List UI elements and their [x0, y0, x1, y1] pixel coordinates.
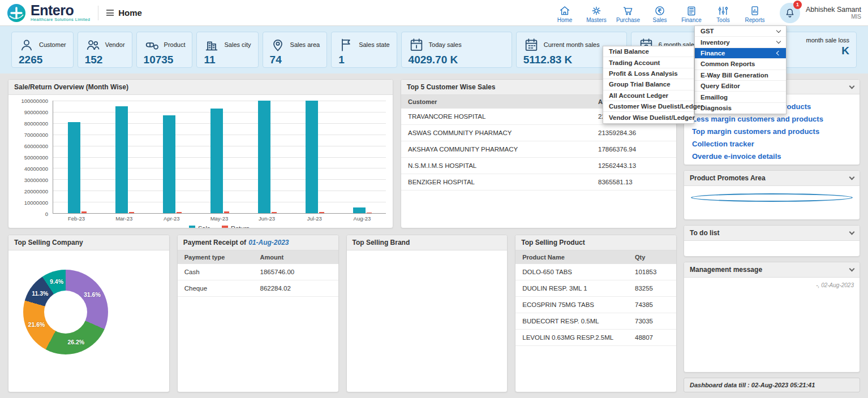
menu-item-all-account-ledger[interactable]: All Account Ledger [603, 90, 694, 101]
promotes-oval [691, 193, 853, 202]
menu-item-finance[interactable]: Finance [695, 48, 786, 59]
column-header-qty: Qty [628, 250, 676, 264]
nav-home[interactable]: Home [549, 3, 581, 23]
user-role: MIS [806, 14, 861, 20]
divider [98, 6, 98, 20]
chevron-down-icon[interactable] [849, 230, 855, 235]
top-selling-brand-header: Top Selling Brand [347, 235, 508, 250]
amount-cell: 8365581.13 [591, 174, 676, 191]
sale-return-chart: 1000000009000000080000000700000006000000… [8, 95, 393, 228]
todo-list-header[interactable]: To do list [684, 226, 860, 241]
panel-title: Top 5 Customer Wise Sales [407, 83, 495, 91]
column-header-customer: Customer [401, 95, 591, 109]
panel-title: Top Selling Company [14, 239, 83, 246]
brand-name: Entero [31, 4, 90, 17]
todo-list-panel: To do list [684, 225, 860, 257]
menu-item-group-trial-balance[interactable]: Group Trial Balance [603, 79, 694, 90]
nav-masters[interactable]: Masters [581, 3, 612, 23]
table-row: N.S.M.I.M.S HOSPITAL12562443.13 [401, 158, 676, 174]
table-row: ECOSPRIN 75MG TABS74385 [515, 297, 676, 313]
link-collection-tracker[interactable]: Collection tracker [692, 139, 852, 150]
x-tick-label: Feb-23 [53, 214, 100, 222]
return-bar [81, 211, 87, 213]
amount-cell: 12562443.13 [591, 158, 676, 174]
top-selling-product-header: Top Selling Product [515, 235, 676, 250]
menu-item-query-editor[interactable]: Query Editor [695, 81, 786, 92]
menu-item-profit-loss[interactable]: Profit & Loss Analysis [603, 68, 694, 79]
menu-icon[interactable] [106, 10, 114, 16]
link-top-margin[interactable]: Top margin customers and products [692, 126, 852, 137]
finance-submenu: Trial Balance Trading Account Profit & L… [603, 46, 694, 124]
menu-item-inventory[interactable]: Inventory [695, 37, 786, 47]
entero-logo-icon [7, 3, 26, 23]
menu-item-gst[interactable]: GST [695, 26, 786, 37]
customer-cell: BENZIGER HOSPITAL [401, 174, 591, 191]
menu-item-eway-bill[interactable]: E-Way Bill Generation [695, 70, 786, 81]
return-bar [224, 211, 229, 213]
customer-cell: TRAVANCORE HOSPITAL [401, 109, 591, 125]
top-selling-product-panel: Top Selling Product Product Name Qty DOL… [515, 235, 677, 392]
table-row: Cash1865746.00 [178, 264, 338, 280]
product-cell: ECOSPRIN 75MG TABS [515, 297, 628, 313]
chevron-down-icon[interactable] [849, 83, 855, 89]
kpi-sales-area[interactable]: Sales area 74 [263, 32, 328, 68]
kpi-sales-city[interactable]: Sales city 11 [196, 32, 258, 68]
kpi-today-sales[interactable]: Today sales 4029.70 K [401, 32, 512, 68]
calendar-month-icon [523, 37, 539, 53]
kpi-value: 11 [204, 54, 251, 66]
table-row: BENZIGER HOSPITAL8365581.13 [401, 174, 676, 191]
donut-label: 21.6% [28, 321, 45, 328]
management-message-header[interactable]: Management message [684, 262, 860, 278]
qty-cell: 101853 [628, 264, 676, 280]
sale-bar [68, 122, 80, 213]
product-promotes-header[interactable]: Product Promotes Area [684, 171, 860, 186]
x-axis: Feb-23Mar-23Apr-23May-23Jun-23Jul-23Aug-… [53, 214, 386, 222]
nav-purchase[interactable]: Purchase [612, 3, 644, 23]
donut-label: 31.6% [84, 291, 101, 298]
link-less-margin[interactable]: Less margin customers and products [692, 114, 852, 125]
return-bar [319, 212, 324, 213]
dashboard-data-till: Dashboard data till : 02-Aug-2023 05:21:… [684, 378, 860, 392]
chevron-down-icon[interactable] [849, 266, 855, 272]
panel-title: Top Selling Product [521, 239, 585, 246]
sale-bar [258, 101, 270, 213]
table-row: AKSHAYA COMMUNITY PHARMACY17866376.94 [401, 141, 676, 158]
nav-sales[interactable]: Sales [644, 3, 676, 23]
kpi-product[interactable]: Product 10735 [136, 32, 193, 68]
menu-item-diagnosis[interactable]: Diagnosis [695, 103, 786, 114]
chevron-down-icon[interactable] [849, 175, 855, 180]
nav-reports[interactable]: Reports [739, 3, 771, 23]
kpi-value: 74 [270, 54, 320, 66]
menu-item-trading-account[interactable]: Trading Account [603, 57, 694, 68]
kpi-label: Sales city [224, 41, 251, 48]
product-promotes-panel: Product Promotes Area [684, 170, 860, 220]
top-selling-brand-panel: Top Selling Brand [346, 235, 508, 392]
user-menu[interactable]: Abhishek Samant MIS [806, 6, 861, 20]
nav-label: Finance [681, 17, 702, 23]
notifications-button[interactable]: 1 [780, 3, 800, 23]
y-tick-label: 70000000 [24, 132, 48, 138]
entero-logo: Entero Healthcare Solutions Limited [7, 3, 90, 23]
menu-item-emaillog[interactable]: Emaillog [695, 92, 786, 102]
user-name: Abhishek Samant [806, 6, 861, 14]
management-message-panel: Management message -, 02-Aug-2023 [684, 262, 860, 373]
chart-legend: SaleReturn [53, 222, 386, 228]
calendar-icon [409, 37, 424, 53]
menu-item-customer-duelist[interactable]: Customer Wise Duelist/Ledger [603, 101, 694, 112]
nav-tools[interactable]: Tools [707, 3, 739, 23]
kpi-vendor[interactable]: Vendor 152 [78, 32, 132, 68]
link-overdue-einvoice[interactable]: Overdue e-invoice details [692, 151, 852, 162]
kpi-customer[interactable]: Customer 2265 [11, 32, 74, 68]
payment-receipt-table: Payment type Amount Cash1865746.00 Chequ… [178, 250, 338, 297]
panel-title: To do list [690, 229, 719, 237]
city-buildings-icon [204, 37, 220, 53]
menu-item-vendor-duelist[interactable]: Vendor Wise Duelist/Ledger [603, 112, 694, 123]
nav-finance[interactable]: Finance [676, 3, 707, 23]
donut-label: 26.2% [67, 339, 84, 345]
bell-icon [784, 7, 796, 19]
chevron-down-icon [776, 28, 781, 32]
menu-item-common-reports[interactable]: Common Reports [695, 59, 786, 70]
kpi-sales-state[interactable]: Sales state 1 [331, 32, 397, 68]
rupee-coin-icon [654, 5, 665, 16]
menu-item-trial-balance[interactable]: Trial Balance [603, 46, 694, 57]
